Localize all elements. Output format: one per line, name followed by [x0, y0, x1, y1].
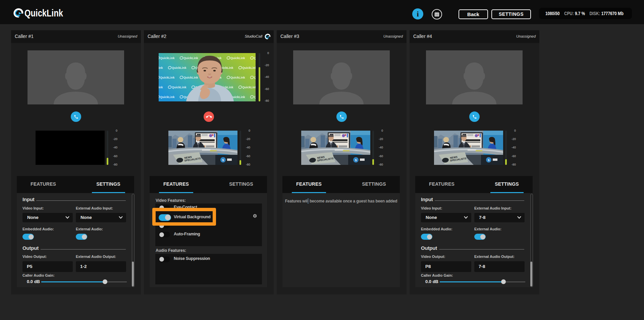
svg-text:QuickLink: QuickLink: [160, 56, 175, 60]
svg-text:QuickLink: QuickLink: [242, 86, 256, 89]
svg-text:QuickLink: QuickLink: [160, 95, 175, 99]
svg-text:QuickLink: QuickLink: [230, 76, 246, 79]
svg-text:QuickLink: QuickLink: [160, 76, 175, 79]
svg-text:QuickLink: QuickLink: [254, 76, 256, 79]
svg-text:QuickLink: QuickLink: [183, 76, 199, 79]
svg-text:QuickLink: QuickLink: [172, 86, 187, 89]
svg-text:QuickLink: QuickLink: [159, 66, 163, 70]
svg-text:5: 5: [355, 158, 357, 162]
svg-text:QuickLink: QuickLink: [230, 56, 246, 60]
svg-text:QuickLink: QuickLink: [172, 66, 187, 70]
svg-text:QuickLink: QuickLink: [183, 56, 199, 60]
svg-text:5: 5: [222, 158, 224, 162]
svg-text:QuickLink: QuickLink: [242, 66, 256, 70]
svg-text:QuickLink: QuickLink: [159, 86, 163, 89]
svg-text:QuickLink: QuickLink: [254, 95, 256, 99]
svg-text:QuickLink: QuickLink: [254, 56, 256, 60]
svg-text:5: 5: [488, 158, 489, 162]
